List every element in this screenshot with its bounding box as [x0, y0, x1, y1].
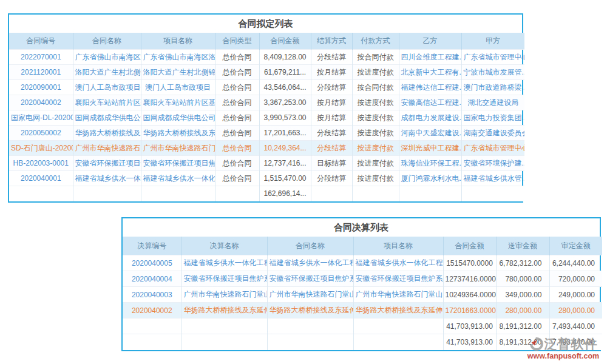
party-b-cell[interactable]: 河南中天盛宏建设...: [399, 126, 461, 141]
table-row[interactable]: 2020040002华扬路大桥桥接线及东延伸...华扬路大桥桥接线及东延伸...…: [123, 303, 602, 318]
party-a-cell[interactable]: 湖南交通建设委员会: [461, 126, 524, 141]
contract-name-cell[interactable]: 澳门人工岛市政项目合同: [73, 80, 141, 95]
table-row[interactable]: 2020050002华扬路大桥桥接线及东...华扬路大桥桥接线及东...总价合同…: [9, 126, 524, 141]
watermark-url: www.fanpusoft.com: [522, 352, 605, 360]
col-header-contract-amount: 合同金额: [259, 33, 311, 50]
contract-name-cell[interactable]: 福建省城乡供水一体化工程...: [267, 255, 353, 271]
contract-name-cell[interactable]: 华扬路大桥桥接线及东...: [73, 126, 141, 141]
contract-no-cell[interactable]: 2020040001: [9, 171, 73, 186]
project-name-cell[interactable]: 襄阳火车站站前片区基...: [141, 95, 215, 110]
settlement-name-cell[interactable]: 广州市华南快速路石门堂山...: [181, 287, 267, 303]
contract-type-cell: 总价合同: [215, 95, 259, 110]
project-name-cell[interactable]: 安徽省环保搬迁项目焦炉系...: [353, 271, 443, 287]
contract-name-cell[interactable]: 安徽省环保搬迁项目焦...: [73, 156, 141, 171]
col-header-contract-name: 合同名称: [73, 33, 141, 50]
project-name-cell[interactable]: 广州市华南快速路石门...: [141, 141, 215, 156]
contract-settlement-table: 决算编号决算名称合同名称项目名称合同金额送审金额审定金额 2020040005福…: [123, 237, 602, 350]
party-b-cell[interactable]: 福建伟达信工程建...: [399, 80, 461, 95]
table-row[interactable]: 国家电网-DL-20200...国网成都成华供电公司...国网成都成华供电公司.…: [9, 110, 524, 126]
settlement-name-cell[interactable]: 华扬路大桥桥接线及东延伸...: [181, 303, 267, 318]
contract-amount-cell: 1,515,470.00: [259, 171, 311, 186]
project-name-cell[interactable]: 澳门人工岛市政项目: [141, 80, 215, 95]
contract-amount-cell: 10,249,364...: [259, 141, 311, 156]
table-row[interactable]: 2020040003广州市华南快速路石门堂山...广州市华南快速路石门堂山...…: [123, 287, 602, 303]
payment-method-cell: 按合同付款: [352, 50, 399, 65]
table-row[interactable]: 2020040002襄阳火车站站前片区基...襄阳火车站站前片区基...总价合同…: [9, 95, 524, 110]
project-name-cell[interactable]: 华扬路大桥桥接线及东...: [141, 126, 215, 141]
contract-no-cell[interactable]: 2020090001: [9, 80, 73, 95]
settlement-method-cell: 按月结算: [311, 95, 352, 110]
contract-name-cell[interactable]: 襄阳火车站站前片区基...: [73, 95, 141, 110]
contract-name-cell[interactable]: 洛阳大道广生村北侧锦...: [73, 65, 141, 80]
project-name-cell[interactable]: 广东省佛山市南海区洛...: [141, 50, 215, 65]
settlement-name-cell[interactable]: 安徽省环保搬迁项目焦炉系...: [181, 271, 267, 287]
settlement-name-cell[interactable]: 福建省城乡供水一体化工程...: [181, 255, 267, 271]
review-amount-cell: 780,000.00: [496, 271, 549, 287]
settlement-no-total-cell: [123, 318, 181, 334]
settlement-no-cell[interactable]: 2020040004: [123, 271, 181, 287]
party-b-cell[interactable]: 深圳光威申工程建...: [399, 141, 461, 156]
contract-no-total-cell: [9, 186, 73, 201]
table-row[interactable]: HB-202003-0001安徽省环保搬迁项目焦...安徽省环保搬迁项目焦...…: [9, 156, 524, 171]
party-a-cell[interactable]: 广东省城市管理中心: [461, 50, 524, 65]
party-a-cell[interactable]: 宁波市城市发展管...: [461, 65, 524, 80]
col-header-settlement-name: 决算名称: [181, 237, 267, 255]
contract-no-cell[interactable]: SD-石门唐山-20200...: [9, 141, 73, 156]
payment-method-cell: 按进度付款: [352, 156, 399, 171]
table-row[interactable]: 2021120001洛阳大道广生村北侧锦...洛阳大道广生村北侧锦...总价合同…: [9, 65, 524, 80]
approved-amount-cell: 6,244,440.00: [549, 255, 602, 271]
project-name-cell[interactable]: 华扬路大桥桥接线及东延伸...: [353, 303, 443, 318]
project-name-cell[interactable]: 福建省城乡供水一体化工程...: [353, 255, 443, 271]
party-b-cell[interactable]: 安徽高信达工程建...: [399, 95, 461, 110]
contract-type-cell: 总价合同: [215, 126, 259, 141]
project-name-cell[interactable]: 国网成都成华供电公司...: [141, 110, 215, 126]
table-row[interactable]: 2022070001广东省佛山市南海区洛...广东省佛山市南海区洛...总价合同…: [9, 50, 524, 65]
project-name-cell[interactable]: 福建省城乡供水一体化...: [141, 171, 215, 186]
party-a-cell[interactable]: 广东省城市管理中心: [461, 141, 524, 156]
contract-name-cell[interactable]: 广州市华南快速路石门...: [73, 141, 141, 156]
settlement-name-total-cell: [181, 318, 267, 334]
table-row[interactable]: 2020040004安徽省环保搬迁项目焦炉系...安徽省环保搬迁项目焦炉系...…: [123, 271, 602, 287]
contract-no-cell[interactable]: HB-202003-0001: [9, 156, 73, 171]
party-b-cell[interactable]: 成都电力发展建设...: [399, 110, 461, 126]
party-a-cell[interactable]: 澳门市政道路桥梁...: [461, 80, 524, 95]
col-header-contract-type: 合同类型: [215, 33, 259, 50]
party-b-cell[interactable]: 四川金维度工程建...: [399, 50, 461, 65]
contract-no-cell[interactable]: 2020050002: [9, 126, 73, 141]
project-name-cell[interactable]: 安徽省环保搬迁项目焦...: [141, 156, 215, 171]
contract-name-cell[interactable]: 广东省佛山市南海区洛...: [73, 50, 141, 65]
table-row[interactable]: 2020040001福建省城乡供水一体化...福建省城乡供水一体化...总价合同…: [9, 171, 524, 186]
payment-method-cell: 按进度付款: [352, 126, 399, 141]
party-a-cell[interactable]: 福建省城乡供水管...: [461, 171, 524, 186]
payment-method-cell: 按进度付款: [352, 110, 399, 126]
table-row[interactable]: 2020040005福建省城乡供水一体化工程...福建省城乡供水一体化工程...…: [123, 255, 602, 271]
contract-name-cell[interactable]: 安徽省环保搬迁项目焦炉系...: [267, 271, 353, 287]
party-b-cell[interactable]: 北京新中大工程有...: [399, 65, 461, 80]
project-name-cell[interactable]: 洛阳大道广生村北侧锦...: [141, 65, 215, 80]
party-b-cell[interactable]: 厦门鸿霖水利水电...: [399, 171, 461, 186]
contract-no-cell[interactable]: 2020040002: [9, 95, 73, 110]
settlement-no-cell[interactable]: 2020040003: [123, 287, 181, 303]
party-a-cell[interactable]: 国家电力投资集团...: [461, 110, 524, 126]
party-a-cell[interactable]: 安徽省环境保护建...: [461, 156, 524, 171]
table-row[interactable]: SD-石门唐山-20200...广州市华南快速路石门...广州市华南快速路石门.…: [9, 141, 524, 156]
project-name-cell[interactable]: 广州市华南快速路石门堂山...: [353, 287, 443, 303]
contract-name-cell[interactable]: 国网成都成华供电公司...: [73, 110, 141, 126]
review-amount-cell: 6,782,312.00: [496, 255, 549, 271]
settlement-no-cell[interactable]: 2020040002: [123, 303, 181, 318]
settlement-method-cell: 分段结算: [311, 171, 352, 186]
contract-draft-table-header: 合同编号合同名称项目名称合同类型合同金额结算方式付款方式乙方甲方: [9, 33, 524, 50]
contract-no-cell[interactable]: 2021120001: [9, 65, 73, 80]
contract-name-cell[interactable]: 广州市华南快速路石门堂山...: [267, 287, 353, 303]
contract-no-cell[interactable]: 国家电网-DL-20200...: [9, 110, 73, 126]
party-b-cell[interactable]: 珠海信业环保工程...: [399, 156, 461, 171]
contract-type-cell: 总价合同: [215, 156, 259, 171]
settlement-method-cell: 分段结算: [311, 50, 352, 65]
contract-name-cell[interactable]: 华扬路大桥桥接线及东延伸...: [267, 303, 353, 318]
table-row[interactable]: 2020090001澳门人工岛市政项目合同澳门人工岛市政项目总价合同43,546…: [9, 80, 524, 95]
payment-method-cell: 按进度付款: [352, 65, 399, 80]
party-a-cell[interactable]: 湖北交通建设局: [461, 95, 524, 110]
contract-no-cell[interactable]: 2022070001: [9, 50, 73, 65]
contract-name-cell[interactable]: 福建省城乡供水一体化...: [73, 171, 141, 186]
settlement-no-cell[interactable]: 2020040005: [123, 255, 181, 271]
